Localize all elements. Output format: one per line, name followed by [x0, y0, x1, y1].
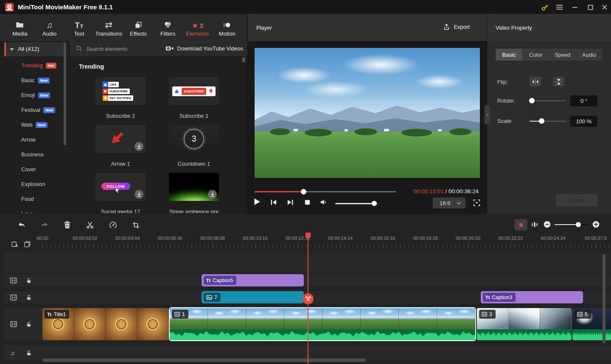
text-icon: Tt — [47, 312, 51, 317]
video-property-panel: BasicColorSpeedAudio Flip: Rotate: 0 ° S… — [487, 41, 611, 214]
tab-speed[interactable]: Speed — [549, 49, 576, 61]
play-button[interactable] — [254, 198, 261, 206]
text-icon: Tt — [485, 295, 490, 300]
sidebar-item-emoji[interactable]: EmojiNew — [4, 88, 64, 103]
element-thumbnail[interactable]: LIKESUBSCRIBEGET NOTIFIED — [95, 77, 146, 105]
toolbar-item-filters[interactable]: Filters — [153, 14, 183, 41]
video-badge: 5 — [575, 310, 591, 319]
element-thumbnail[interactable]: FOLLOW — [95, 173, 146, 201]
toolbar-item-transitions[interactable]: ⇄Transitions — [94, 14, 123, 41]
sidebar-item-love[interactable]: Love — [4, 206, 64, 213]
elements-scrollbar[interactable] — [242, 57, 245, 62]
clip-label: 3 — [489, 311, 492, 317]
sidebar-scrollbar[interactable] — [64, 42, 66, 145]
toolbar-item-media[interactable]: Media — [5, 14, 35, 41]
category-label: Festival — [21, 107, 40, 113]
toolbar-item-label: Elements — [186, 31, 209, 37]
clip-7[interactable]: 7 — [202, 291, 304, 303]
tab-color[interactable]: Color — [522, 49, 549, 61]
scale-slider-thumb[interactable] — [539, 118, 544, 124]
horizontal-scrollbar[interactable] — [42, 358, 366, 362]
clip-caption3[interactable]: TtCaption3 — [481, 291, 583, 303]
sidebar-header-all[interactable]: All (412) — [4, 42, 64, 56]
minimize-button[interactable] — [570, 2, 580, 12]
license-key-button[interactable] — [540, 2, 550, 12]
volume-slider-thumb[interactable] — [372, 201, 377, 206]
reset-button[interactable]: Reset — [556, 194, 597, 206]
category-label: Trending — [21, 62, 43, 69]
thumb-up-icon — [174, 88, 180, 94]
video-preview[interactable] — [255, 48, 480, 178]
volume-icon[interactable] — [320, 199, 328, 206]
audio-icon: ♫ — [46, 19, 53, 29]
previous-frame-button[interactable] — [270, 199, 277, 206]
maximize-button[interactable] — [585, 2, 595, 12]
tab-audio[interactable]: Audio — [576, 49, 603, 61]
pill-label: LIKE — [109, 83, 117, 86]
sidebar-item-basic[interactable]: BasicNew — [4, 73, 64, 88]
fullscreen-button[interactable] — [473, 199, 481, 207]
playback-progress-fill — [255, 191, 303, 192]
subscribe-icon — [103, 89, 108, 94]
toolbar-item-motion[interactable]: Motion — [212, 14, 242, 41]
sidebar-item-web[interactable]: WebNew — [4, 117, 64, 132]
stop-button[interactable] — [305, 200, 310, 205]
element-name: Subscribe 2 — [106, 113, 135, 119]
collapse-panel-button[interactable]: › — [485, 106, 490, 124]
pill-like: LIKE — [103, 82, 119, 87]
thumbnail-segment — [74, 308, 106, 340]
toolbar-item-text[interactable]: TTText — [64, 14, 94, 41]
element-thumbnail[interactable] — [169, 173, 219, 201]
next-frame-button[interactable] — [287, 199, 294, 206]
download-badge[interactable] — [135, 142, 143, 151]
playback-progress-thumb[interactable] — [301, 189, 306, 195]
clip-title1[interactable]: TtTitle1 — [42, 308, 169, 340]
sidebar-item-cover[interactable]: Cover — [4, 162, 64, 177]
sidebar-item-arrow[interactable]: Arrow — [4, 132, 64, 147]
playhead-split-button[interactable] — [303, 293, 314, 304]
search-input[interactable] — [85, 43, 163, 54]
rotate-value[interactable]: 0 ° — [570, 95, 597, 106]
scale-value[interactable]: 100 % — [570, 116, 597, 127]
sidebar-item-business[interactable]: Business — [4, 147, 64, 162]
flip-vertical-button[interactable] — [553, 77, 564, 86]
red-arrow-graphic — [109, 130, 126, 147]
text-icon: Tt — [206, 278, 210, 283]
close-button[interactable] — [600, 2, 610, 12]
thumbnail-segment — [540, 308, 572, 329]
clip-caption5[interactable]: TtCaption5 — [202, 274, 304, 286]
element-thumbnail[interactable]: 3 — [169, 125, 219, 153]
flip-horizontal-button[interactable] — [530, 77, 541, 86]
pill-subscribe: SUBSCRIBE — [103, 89, 130, 94]
vertical-scrollbar[interactable] — [603, 254, 605, 343]
audio-waveform — [477, 329, 572, 340]
element-card-social-media-17: FOLLOWSocial media 17 — [95, 173, 146, 213]
tab-basic[interactable]: Basic — [496, 49, 522, 61]
sidebar-item-festival[interactable]: FestivalNew — [4, 103, 64, 117]
toolbar-item-effects[interactable]: Effects — [123, 14, 153, 41]
aspect-ratio-dropdown[interactable]: 16:9 — [433, 197, 465, 208]
thumbnail-segment — [322, 308, 361, 329]
badge-new: New — [38, 92, 50, 98]
sidebar-item-trending[interactable]: TrendingHot — [4, 58, 64, 73]
sidebar-item-food[interactable]: Food — [4, 192, 64, 206]
rotate-slider-thumb[interactable] — [529, 98, 535, 103]
element-thumbnail[interactable] — [95, 125, 146, 153]
category-label: Cover — [21, 166, 36, 172]
export-button[interactable]: Export — [443, 23, 470, 31]
toolbar-item-audio[interactable]: ♫Audio — [35, 14, 64, 41]
media-type-toolbar: Media♫AudioTTText⇄TransitionsEffectsFilt… — [0, 14, 247, 41]
clip-3[interactable]: 3 — [477, 308, 572, 340]
menu-button[interactable] — [554, 2, 564, 12]
download-youtube-button[interactable]: Download YouTube Videos — [165, 45, 243, 52]
rotate-slider-track[interactable] — [530, 100, 566, 101]
timecode-display: 00:00:13:01 / 00:00:36:24 — [413, 188, 479, 195]
download-badge[interactable] — [135, 190, 143, 199]
toolbar-item-elements[interactable]: ★Elements — [183, 14, 213, 41]
clip-label: Caption3 — [492, 295, 512, 300]
sidebar-item-explosion[interactable]: Explosion — [4, 177, 64, 192]
toolbar-item-label: Transitions — [95, 31, 122, 37]
download-badge[interactable] — [208, 190, 217, 199]
element-thumbnail[interactable]: SUBSCRIBE — [169, 77, 219, 105]
clip-1[interactable]: 1 — [170, 308, 475, 340]
